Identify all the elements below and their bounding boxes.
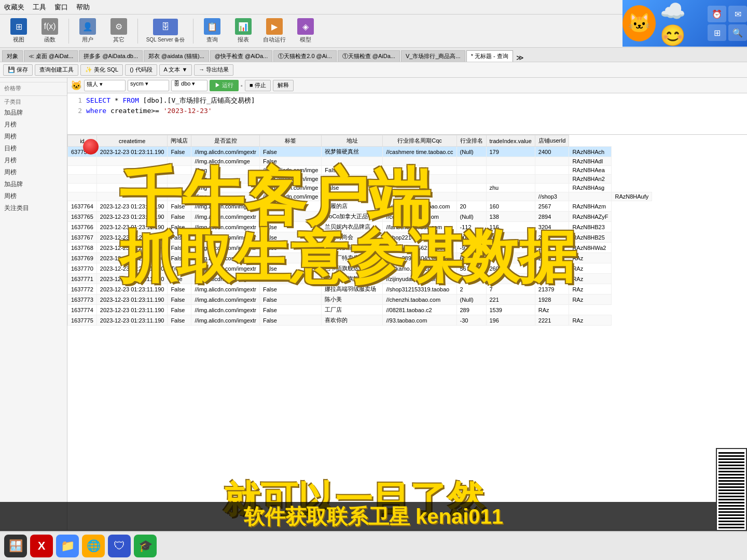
create-query-button[interactable]: 查询创建工具 [35,64,78,76]
sidebar-item-week3[interactable]: 周榜 [0,190,67,202]
red-dot-button[interactable] [83,139,99,155]
schema-selector[interactable]: sycm ▾ [128,80,169,91]
schema2-selector[interactable]: 🗄 dbo ▾ [171,80,208,91]
code-button[interactable]: () 代码段 [125,64,157,76]
table-cell: False [168,222,191,232]
table-cell [457,192,486,201]
table-row[interactable]: 16377642023-12-23 01:23:11.190False//img… [68,201,652,212]
tab-market[interactable]: V_市场排行_商品高... [401,50,465,62]
logo-icon-2[interactable]: ✉ [728,6,747,22]
sidebar-item-week2[interactable]: 周榜 [0,166,67,178]
toolbar-user[interactable]: 👤 用户 [73,17,102,46]
table-row[interactable]: //img.alicdn.com/imgeFalseRAzN8HAdl [68,157,652,166]
logo-icon-1[interactable]: ⏰ [708,6,726,22]
taskbar-icon-folder[interactable]: 📁 [56,535,79,557]
sql-editor[interactable]: 1 SELECT * FROM [dbo].[V_市场排行_店铺高交易榜] 2 … [67,93,747,135]
table-cell: 1637775 [68,315,97,326]
table-row[interactable]: 16377722023-12-23 01:23:11.190False//img… [68,284,652,295]
col-rank-period[interactable]: 行业排名周期Cqc [383,135,457,147]
toolbar-backup[interactable]: 🗄 SQL Server 备份 [142,17,189,46]
table-cell: 1671 [535,263,569,274]
table-row[interactable]: 16377682023-12-23 01:23:11.190False//img… [68,243,652,253]
taskbar-icon-app[interactable]: 🎓 [134,535,157,557]
taskbar-icon-shield[interactable]: 🛡 [108,535,131,557]
tab-pinduoduo[interactable]: 拼多多 @AiData.db... [79,50,143,62]
taskbar-icon-windows[interactable]: 🪟 [4,535,27,557]
table-cell: False [168,201,191,212]
toolbar-report[interactable]: 📊 报表 [229,17,258,46]
table-row[interactable]: 16377712023-12-23 01:23:11.190True//img.… [68,274,652,284]
run-button[interactable]: ▶ 运行 [210,80,239,91]
toolbar-view[interactable]: ⊞ 视图 [4,17,33,46]
tab-tmall1[interactable]: ①天猫检查 @AiDa... [338,50,400,62]
table-cell [68,175,97,184]
table-cell: 1637764 [68,201,97,212]
toolbar-autorun[interactable]: ▶ 自动运行 [260,17,289,46]
taskbar-icon-x[interactable]: X [30,535,53,557]
menu-favorites[interactable]: 收藏夹 [4,3,24,12]
tab-desktop[interactable]: ≪ 桌面 @AiDat... [24,50,78,62]
autorun-icon: ▶ [266,18,283,35]
col-rank[interactable]: 行业排名 [457,135,486,147]
taskbar-icon-browser[interactable]: 🌐 [82,535,105,557]
col-createtime[interactable]: createtime [96,135,168,147]
tab-zhengyi[interactable]: 郑衣 @aidata (猫猫)... [144,50,209,62]
beautify-button[interactable]: ✨ 美化 SQL [80,64,123,76]
sidebar-item-month2[interactable]: 月榜 [0,155,67,166]
toolbar-function[interactable]: f(x) 函数 [35,17,64,46]
sidebar-item-week1[interactable]: 周榜 [0,131,67,143]
table-row[interactable]: //img//img.alicdn.com/imgeFalseRAzN8HAea [68,166,652,175]
table-row[interactable]: 16377672023-12-23 01:23:11.190False//img… [68,232,652,243]
stop-button[interactable]: ■ 停止 [245,80,271,91]
table-row[interactable]: 16377702023-12-23 01:23:11.190True//img.… [68,263,652,274]
table-row[interactable]: 16377652023-12-23 01:23:11.190False//img… [68,212,652,222]
tab-untitled[interactable]: * 无标题 - 查询 [466,50,513,62]
table-row[interactable]: //img//img.alicdn.com/imgeFalsezhuRAzN8H… [68,184,652,192]
col-shop[interactable]: 闸域店 [168,135,191,147]
menu-help[interactable]: 帮助 [76,3,90,12]
sidebar-item-month1[interactable]: 月榜 [0,119,67,131]
table-row[interactable]: 16377692023-12-23 01:23:11.190False//img… [68,253,652,263]
tab-kuaishou[interactable]: @快手检查 @AiDa... [210,50,272,62]
table-cell: False [259,315,321,326]
results-table-wrap[interactable]: id createtime 闸域店 是否监控 标签 地址 行业排名周期Cqc 行… [67,135,747,530]
col-userid[interactable]: 店铺userId [535,135,569,147]
tab-more[interactable]: ≫ [516,53,524,62]
table-cell: //93.taobao.com [383,315,457,326]
parse-button[interactable]: 解释 [273,80,294,91]
table-row[interactable]: 6377562023-12-23 01:23:11.190False//img.… [68,147,652,157]
menu-window[interactable]: 窗口 [54,3,68,12]
db-selector[interactable]: 猫人 ▾ [84,80,126,91]
sidebar-item-day[interactable]: 日榜 [0,143,67,155]
col-monitor[interactable]: 是否监控 [191,135,260,147]
tab-tmall2[interactable]: ①天猫检查2.0 @Ai... [273,50,336,62]
table-cell: //img.alicdn.com/imgextr [191,284,260,295]
toolbar-other[interactable]: ⚙ 其它 [104,17,133,46]
text-button[interactable]: A 文本 ▼ [159,64,192,76]
table-row[interactable]: 16377742023-12-23 01:23:11.190False//img… [68,305,652,315]
table-row[interactable]: 16377662023-12-23 01:23:11.190False//img… [68,222,652,232]
menu-tools[interactable]: 工具 [33,3,46,12]
table-row[interactable]: //img//img.alicdn.com/imgeFalse//shop3RA… [68,192,652,201]
col-address[interactable]: 地址 [322,135,383,147]
table-row[interactable]: 16377752023-12-23 01:23:11.190False//img… [68,315,652,326]
save-button[interactable]: 💾 保存 [3,64,33,76]
table-cell [96,184,168,192]
table-cell: 1637773 [68,295,97,305]
export-button[interactable]: → 导出结果 [194,64,233,76]
table-row[interactable]: //img//img.alicdn.com/imgeFalseRAzN8HAn2 [68,175,652,184]
table-cell: 2221 [535,315,569,326]
toolbar-model[interactable]: ◈ 模型 [291,17,320,46]
table-row[interactable]: 16377732023-12-23 01:23:11.190False//img… [68,295,652,305]
taskbar: 🪟 X 📁 🌐 🛡 🎓 [0,531,747,560]
logo-icon-3[interactable]: ⊞ [708,24,726,41]
logo-icon-4[interactable]: 🔍 [728,24,747,41]
sidebar-item-add-brand1[interactable]: 加品牌 [0,107,67,119]
toolbar-query[interactable]: 📋 查询 [198,17,227,46]
sidebar-section-follow[interactable]: 关注类目 [0,202,67,214]
col-trade-index[interactable]: tradeIndex.value [486,135,535,147]
sidebar-item-add-brand2[interactable]: 加品牌 [0,178,67,190]
col-label[interactable]: 标签 [259,135,321,147]
table-cell: RAz [569,263,612,274]
tab-object[interactable]: 对象 [2,50,23,62]
